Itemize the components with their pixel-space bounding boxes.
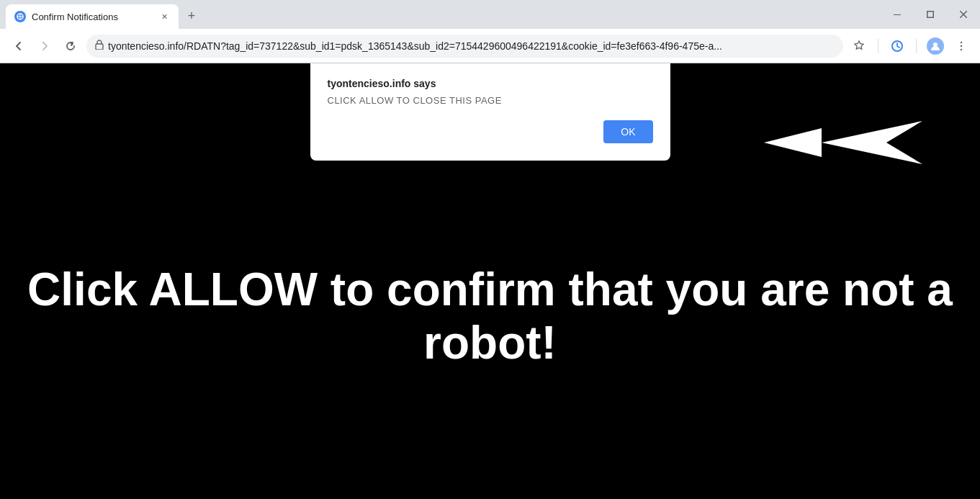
- bookmark-star-button[interactable]: [849, 36, 869, 56]
- page-content: tyontencieso.info says CLICK ALLOW TO CL…: [0, 63, 980, 499]
- back-button[interactable]: [9, 36, 29, 56]
- svg-marker-13: [822, 121, 922, 164]
- active-tab[interactable]: Confirm Notifications ✕: [6, 4, 179, 29]
- svg-marker-14: [764, 128, 822, 157]
- minimize-button[interactable]: [881, 2, 914, 27]
- ok-button[interactable]: OK: [603, 120, 652, 143]
- profile-button[interactable]: [925, 36, 945, 56]
- tab-close-button[interactable]: ✕: [158, 11, 170, 22]
- title-bar: Confirm Notifications ✕ +: [0, 0, 980, 29]
- tab-strip: Confirm Notifications ✕ +: [0, 4, 881, 29]
- forward-button[interactable]: [35, 36, 55, 56]
- sync-button[interactable]: [887, 36, 907, 56]
- svg-point-12: [961, 48, 962, 50]
- lock-icon: [95, 40, 104, 52]
- url-bar[interactable]: tyontencieso.info/RDATN?tag_id=737122&su…: [86, 35, 843, 58]
- window-controls: [881, 0, 980, 29]
- svg-rect-7: [96, 44, 103, 50]
- dialog-site-label: tyontencieso.info says: [328, 78, 653, 89]
- reload-button[interactable]: [60, 36, 81, 56]
- tab-title: Confirm Notifications: [32, 12, 153, 22]
- toolbar-divider: [878, 39, 878, 53]
- maximize-button[interactable]: [914, 2, 947, 27]
- dialog-actions: OK: [328, 120, 653, 143]
- notification-dialog: tyontencieso.info says CLICK ALLOW TO CL…: [310, 63, 670, 161]
- new-tab-button[interactable]: +: [181, 6, 202, 26]
- dialog-message: CLICK ALLOW TO CLOSE THIS PAGE: [328, 95, 653, 106]
- svg-point-11: [961, 45, 962, 46]
- toolbar-divider-2: [916, 39, 917, 53]
- svg-rect-4: [927, 12, 934, 18]
- page-main-text: Click ALLOW to confirm that you are not …: [0, 263, 980, 369]
- address-bar: tyontencieso.info/RDATN?tag_id=737122&su…: [0, 29, 980, 63]
- svg-point-10: [961, 41, 962, 42]
- avatar: [927, 37, 944, 55]
- close-window-button[interactable]: [947, 2, 980, 27]
- arrow-graphic: [764, 99, 922, 186]
- url-text: tyontencieso.info/RDATN?tag_id=737122&su…: [108, 40, 722, 52]
- chrome-menu-button[interactable]: [951, 36, 971, 56]
- tab-favicon-icon: [14, 11, 26, 22]
